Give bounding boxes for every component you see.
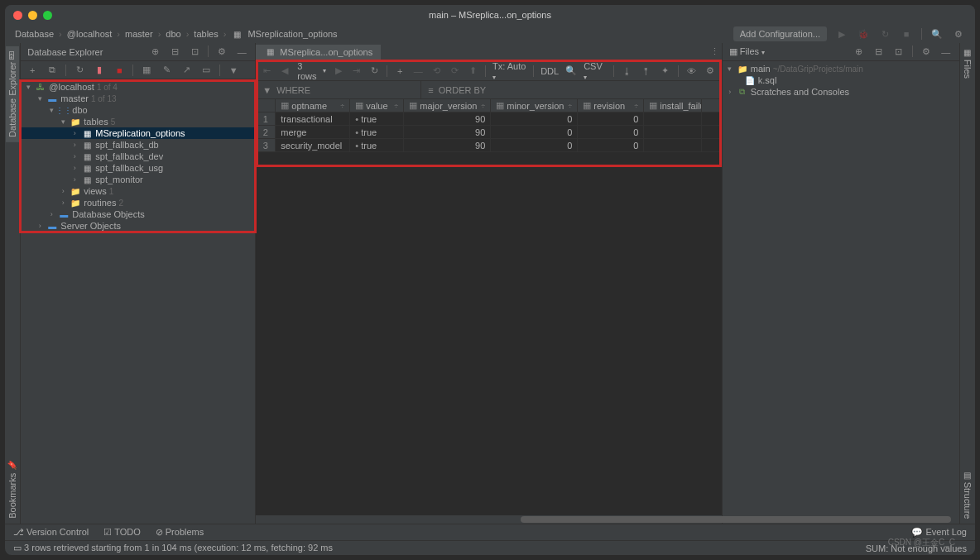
next-page-icon[interactable]: ▶ — [333, 65, 344, 78]
disconnect-icon[interactable]: ■ — [113, 64, 126, 77]
files-locate-icon[interactable]: ⊕ — [853, 45, 866, 59]
rerun-button[interactable]: ↻ — [878, 27, 891, 41]
tree-table-sptfallbackusg[interactable]: ›▦spt_fallback_usg — [21, 162, 255, 174]
editor-tabs: ▦ MSreplica...on_options ⋮ — [256, 43, 721, 61]
debug-button[interactable]: 🐞 — [857, 27, 870, 41]
reload-grid-icon[interactable]: ↻ — [368, 65, 380, 78]
ide-settings-button[interactable]: ⚙ — [952, 27, 965, 41]
tab-msreplication[interactable]: ▦ MSreplica...on_options — [256, 45, 381, 60]
minimize-window-button[interactable] — [28, 11, 37, 20]
files-settings-icon[interactable]: ⚙ — [920, 45, 933, 59]
tree-table-msreplication[interactable]: ›▦MSreplication_options — [21, 127, 255, 139]
csv-button[interactable]: CSV ▾ — [584, 61, 607, 81]
tree-server-objects[interactable]: ›▬ Server Objects — [21, 220, 255, 232]
expand-all-icon[interactable]: ⊟ — [168, 45, 181, 59]
files-scratches[interactable]: ›⧉ Scratches and Consoles — [723, 86, 959, 98]
import-icon[interactable]: ⭱ — [640, 65, 652, 78]
files-expand-icon[interactable]: ⊟ — [872, 45, 886, 59]
column-value[interactable]: ▦value÷ — [350, 99, 404, 112]
duplicate-icon[interactable]: ⧉ — [46, 64, 59, 77]
add-datasource-icon[interactable]: + — [26, 64, 39, 77]
grid-settings-icon[interactable]: ⚙ — [704, 65, 717, 78]
grid-row[interactable]: 2 merge •true 90 0 0 — [256, 126, 721, 139]
tree-table-sptmonitor[interactable]: ›▦spt_monitor — [21, 174, 255, 185]
files-hide-icon[interactable]: — — [939, 45, 953, 59]
grid-row[interactable]: 3 security_model •true 90 0 0 — [256, 139, 721, 152]
run-button[interactable]: ▶ — [835, 27, 848, 41]
table-view-icon[interactable]: ▦ — [140, 64, 153, 77]
console-icon[interactable]: ▭ — [199, 64, 213, 77]
tx-mode-button[interactable]: Tx: Auto ▾ — [492, 61, 526, 81]
export-icon[interactable]: ⭳ — [621, 65, 633, 78]
close-window-button[interactable] — [13, 11, 22, 20]
nav-icon[interactable]: ↗ — [180, 64, 193, 77]
orderby-filter[interactable]: ≡ ORDER BY — [421, 81, 492, 98]
crumb-table-name[interactable]: MSreplication_options — [247, 29, 337, 39]
statusbar: ▭ 3 rows retrieved starting from 1 in 10… — [5, 540, 975, 555]
crumb-dbo[interactable]: dbo — [166, 29, 180, 39]
ddl-button[interactable]: DDL — [540, 66, 559, 76]
column-install-failures[interactable]: ▦install_failur — [644, 99, 702, 112]
column-optname[interactable]: ▦optname÷ — [276, 99, 350, 112]
crumb-master[interactable]: master — [125, 29, 153, 39]
tree-routines[interactable]: ›📁 routines2 — [21, 197, 255, 208]
hide-panel-icon[interactable]: — — [235, 45, 248, 59]
last-page-icon[interactable]: ⇥ — [351, 65, 363, 78]
add-row-icon[interactable]: + — [394, 65, 406, 78]
add-configuration-button[interactable]: Add Configuration... — [733, 26, 827, 41]
files-gutter-tab[interactable]: ▦ Files — [961, 43, 974, 84]
structure-gutter-tab[interactable]: ▤ Structure — [961, 466, 974, 524]
rows-count-button[interactable]: 3 rows ▾ — [297, 61, 325, 81]
tree-table-sptfallbackdb[interactable]: ›▦spt_fallback_db — [21, 139, 255, 151]
filter-icon[interactable]: ▼ — [227, 64, 240, 77]
crumb-tables[interactable]: tables — [194, 29, 218, 39]
panel-settings-icon[interactable]: ⚙ — [215, 45, 228, 59]
column-minor-version[interactable]: ▦minor_version÷ — [491, 99, 578, 112]
crumb-host[interactable]: @localhost — [67, 29, 113, 39]
data-grid: ▦optname÷ ▦value÷ ▦major_version÷ ▦minor… — [256, 99, 721, 152]
db-explorer-gutter-tab[interactable]: Database Explorer 🗄 — [6, 46, 19, 142]
stop-intro-icon[interactable]: ▮ — [93, 64, 106, 77]
tree-dbo[interactable]: ▾⋮⋮ dbo — [21, 104, 255, 116]
tree-table-sptfallbackdev[interactable]: ›▦spt_fallback_dev — [21, 151, 255, 162]
locate-icon[interactable]: ⊕ — [148, 45, 161, 59]
files-title: ▦ Files ▾ — [729, 46, 765, 57]
todo-tool[interactable]: ☑ TODO — [103, 527, 140, 538]
edit-icon[interactable]: ✎ — [160, 64, 173, 77]
prev-page-icon[interactable]: ◀ — [279, 65, 291, 78]
maximize-window-button[interactable] — [43, 11, 52, 20]
files-ksql[interactable]: 📄k.sql — [723, 74, 959, 86]
tree-host[interactable]: ▾🖧 @localhost 1 of 4 — [21, 81, 255, 93]
grid-row[interactable]: 1 transactional •true 90 0 0 — [256, 112, 721, 126]
tab-options-icon[interactable]: ⋮ — [709, 45, 722, 59]
stop-button[interactable]: ■ — [900, 27, 913, 41]
remove-row-icon[interactable]: — — [412, 65, 424, 78]
breadcrumbs: Database› @localhost› master› dbo› table… — [15, 29, 338, 39]
files-collapse-icon[interactable]: ⊡ — [892, 45, 906, 59]
commit-icon[interactable]: ⟳ — [449, 65, 460, 78]
view-icon[interactable]: 👁 — [685, 65, 698, 78]
where-filter[interactable]: ▼ WHERE — [256, 81, 421, 98]
tree-views[interactable]: ›📁 views1 — [21, 185, 255, 197]
version-control-tool[interactable]: ⎇ Version Control — [13, 527, 89, 538]
revert-icon[interactable]: ⟲ — [430, 65, 442, 78]
pivot-icon[interactable]: ✦ — [659, 65, 671, 78]
refresh-icon[interactable]: ↻ — [73, 64, 86, 77]
column-major-version[interactable]: ▦major_version÷ — [404, 99, 491, 112]
collapse-all-icon[interactable]: ⊡ — [188, 45, 201, 59]
column-revision[interactable]: ▦revision÷ — [578, 99, 644, 112]
crumb-database[interactable]: Database — [15, 29, 54, 39]
find-icon[interactable]: 🔍 — [565, 65, 577, 78]
problems-tool[interactable]: ⊘ Problems — [156, 527, 204, 538]
tree-db-objects[interactable]: ›▬ Database Objects — [21, 208, 255, 220]
files-main[interactable]: ▾📁 main ~/DataGripProjects/main — [723, 63, 959, 74]
tree-tables[interactable]: ▾📁 tables 5 — [21, 116, 255, 127]
first-page-icon[interactable]: ⇤ — [261, 65, 272, 78]
status-message: ▭ 3 rows retrieved starting from 1 in 10… — [13, 543, 333, 553]
submit-icon[interactable]: ⬆ — [467, 65, 478, 78]
horizontal-scrollbar[interactable] — [256, 515, 721, 524]
window-title: main – MSreplica...on_options — [429, 10, 551, 20]
search-everywhere-button[interactable]: 🔍 — [930, 27, 944, 41]
bookmarks-gutter-tab[interactable]: Bookmarks 🔖 — [6, 456, 19, 524]
tree-master[interactable]: ▾▬ master 1 of 13 — [21, 93, 255, 104]
